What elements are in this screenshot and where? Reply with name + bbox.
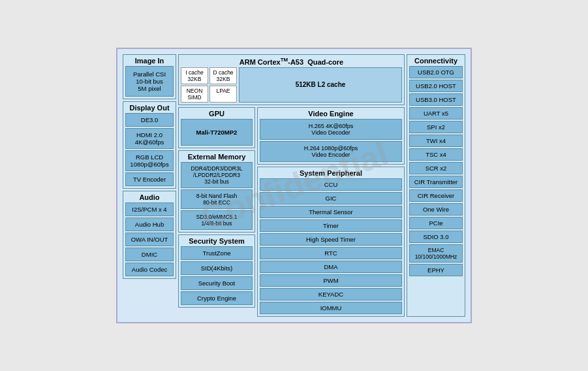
scr-block: SCR x2 [409, 162, 463, 174]
parallel-csi-label: Parallel CSI [127, 71, 172, 78]
tv-encoder-block: TV Encoder [125, 172, 174, 186]
owa-block: OWA IN/OUT [125, 233, 174, 246]
twi-block: TWI x4 [409, 135, 463, 147]
connectivity-title: Connectivity [409, 57, 463, 65]
trustzone-block: TrustZone [181, 246, 253, 260]
neon-block: NEONSIMD [181, 86, 208, 103]
ephy-block: EPHY [409, 264, 463, 276]
spi-block: SPI x2 [409, 121, 463, 133]
iommu-block: IOMMU [260, 302, 402, 314]
security-title: Security System [181, 237, 253, 245]
dcache-block: D cache32KB [209, 67, 237, 84]
i2s-block: I2S/PCM x 4 [125, 202, 174, 216]
one-wire-block: One Wire [409, 203, 463, 216]
cir-tx-block: CIR Transmitter [409, 176, 463, 188]
pcie-block: PCIe [409, 217, 463, 229]
lpae-block: LPAE [209, 86, 237, 103]
emac-block: EMAC10/100/1000MHz [409, 244, 463, 263]
cir-rx-block: CIR Receiver [409, 189, 463, 202]
rgb-lcd-block: RGB LCD1080p@60fps [125, 150, 174, 171]
uart-block: UART x5 [409, 107, 463, 120]
sdio-block: SDIO 3.0 [409, 231, 463, 243]
dma-block: DMA [260, 261, 402, 273]
audio-codec-block: Audio Codec [125, 263, 174, 276]
dmic-block: DMIC [125, 248, 174, 261]
security-boot-block: Security Boot [181, 276, 253, 290]
icache-block: I cache32KB [181, 67, 208, 84]
ddr-block: DDR4/DDR3/DDR3L/LPDDR2/LPDDR332-bit bus [181, 162, 253, 188]
arm-title: ARM CortexTM-A53 Quad-core [181, 57, 402, 66]
sys-peripheral-title: System Peripheral [260, 169, 402, 177]
pixel-label: 5M pixel [127, 85, 172, 92]
gic-block: GIC [260, 192, 402, 204]
crypto-engine-block: Crypto Engine [181, 291, 253, 305]
audio-title: Audio [125, 193, 174, 201]
de30-block: DE3.0 [125, 113, 174, 127]
ccu-block: CCU [260, 178, 402, 191]
nand-block: 8-bit Nand Flash80-bit ECC [181, 189, 253, 209]
display-out-title: Display Out [125, 104, 174, 112]
bit-bus-label: 10-bit bus [127, 78, 172, 85]
ext-mem-title: External Memory [181, 153, 253, 161]
high-speed-timer-block: High Speed Timer [260, 233, 402, 246]
hdmi-block: HDMI 2.04K@60fps [125, 128, 174, 149]
usb2-otg-block: USB2.0 OTG [409, 66, 463, 78]
sd-block: SD3.0/eMMC5.11/4/8-bit bus [181, 210, 253, 230]
parallel-csi-block: Parallel CSI 10-bit bus 5M pixel [125, 66, 174, 97]
sid-block: SID(4Kbits) [181, 261, 253, 275]
rtc-block: RTC [260, 247, 402, 259]
h264-block: H.264 1080p@60fpsVideo Encoder [260, 141, 402, 162]
tsc-block: TSC x4 [409, 148, 463, 161]
usb2-host-block: USB2.0 HOST [409, 80, 463, 92]
keyadc-block: KEYADC [260, 288, 402, 300]
connectivity-section: Connectivity USB2.0 OTG USB2.0 HOST USB3… [407, 54, 465, 317]
usb3-host-block: USB3.0 HOST [409, 93, 463, 106]
pwm-block: PWM [260, 274, 402, 287]
image-in-title: Image In [125, 57, 174, 65]
timer-block: Timer [260, 219, 402, 232]
h265-block: H.265 4K@60fpsVideo Decoder [260, 119, 402, 140]
thermal-sensor-block: Thermal Sensor [260, 206, 402, 218]
audio-hub-block: Audio Hub [125, 218, 174, 231]
gpu-title: GPU [181, 110, 253, 118]
chip-diagram: Confidential Image In Parallel CSI 10-bi… [116, 48, 472, 323]
video-engine-title: Video Engine [260, 110, 402, 118]
l2-block: 512KB L2 cache [239, 67, 402, 103]
mali-block: Mali-T720MP2 [181, 119, 253, 146]
